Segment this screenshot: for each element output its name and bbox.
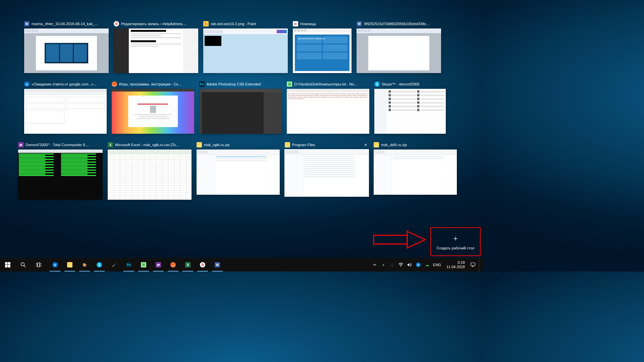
thumbnail[interactable] <box>285 149 369 196</box>
folder-icon: 📁 <box>285 142 290 147</box>
photoshop-icon: Ps <box>126 262 131 267</box>
task-view: W marina_rihter_10-04-2018-08-14_kak_...… <box>24 21 459 200</box>
taskbar-app-photoshop[interactable]: Ps <box>121 258 136 272</box>
totalcommander-icon: ⇄ <box>18 142 23 147</box>
taskbar: e 📁 🎨 S 🖌️ Ps N ⇄ 🦊 X Я W ● ◌ e ☁ ENG 0:… <box>0 258 483 272</box>
thumbnail[interactable] <box>18 149 103 200</box>
taskbar-app-yandex[interactable]: Я <box>195 258 210 272</box>
taskview-item-totalcmd[interactable]: ⇄ DemonF2005^ - Total Commander 8.... <box>18 142 103 200</box>
taskbar-app-firefox[interactable]: 🦊 <box>166 258 180 272</box>
firefox-icon: 🦊 <box>170 262 176 267</box>
excel-icon: X <box>108 142 113 147</box>
thumbnail[interactable] <box>374 149 457 195</box>
tray-date: 11.04.2018 <box>446 265 465 269</box>
tray-volume-icon[interactable] <box>407 262 412 267</box>
tray-yandexdisk-icon[interactable]: ◌ <box>389 262 395 267</box>
paint-icon: 🎨 <box>203 21 209 26</box>
svg-rect-0 <box>374 235 407 244</box>
taskbar-app-mspaint[interactable]: 🖌️ <box>107 258 121 272</box>
thumbnail[interactable]: Lorem ipsum dolor sit amet consectetur a… <box>287 89 369 134</box>
windows-icon <box>5 262 10 267</box>
taskview-item-skype[interactable]: S Skype™ - demonf2005 <box>374 81 446 134</box>
thumbnail[interactable] <box>112 89 194 134</box>
tray-clock[interactable]: 0:18 11.04.2018 <box>444 260 467 269</box>
taskview-item-notepadpp[interactable]: N D:\YandexDisk\Компьютеры.txt - No... L… <box>287 81 369 134</box>
taskbar-app-word[interactable]: W <box>210 258 225 272</box>
svg-point-10 <box>400 266 401 267</box>
thumbnail[interactable] <box>24 28 109 73</box>
search-icon <box>20 262 26 267</box>
taskbar-app-skype[interactable]: S <box>92 258 107 272</box>
taskview-button[interactable] <box>31 258 46 272</box>
show-desktop-button[interactable] <box>479 258 481 272</box>
tray-wifi-icon[interactable] <box>398 262 404 267</box>
skype-icon: S <box>97 262 102 267</box>
totalcommander-icon: ⇄ <box>156 262 161 267</box>
svg-rect-7 <box>36 263 37 266</box>
edge-icon: e <box>24 81 30 87</box>
taskview-icon <box>36 262 41 267</box>
snip-caption: Дополнительные параметры <box>298 38 325 40</box>
close-thumbnail-button[interactable]: × <box>363 142 369 148</box>
thumbnail[interactable] <box>203 28 288 73</box>
photoshop-icon: Ps <box>199 81 205 87</box>
firefox-icon: 🦊 <box>112 81 117 87</box>
taskview-item-excel[interactable]: X Microsoft Excel - msk_vgtk.ru.csv [To.… <box>108 142 192 200</box>
tray-cloud-icon[interactable]: ☁ <box>424 262 430 267</box>
yandex-icon: Я <box>114 21 119 26</box>
thumbnail[interactable] <box>24 89 107 134</box>
taskview-item-title: DemonF2005^ - Total Commander 8.... <box>25 143 103 147</box>
thumbnail[interactable] <box>108 149 192 200</box>
taskbar-app-excel[interactable]: X <box>180 258 195 272</box>
taskview-item-programfiles[interactable]: 📁 Program Files × <box>285 142 369 200</box>
taskview-item-yandex[interactable]: Я Редактировать запись ‹ HelpAdmins.... <box>114 21 198 73</box>
tray-notifications-icon[interactable] <box>470 262 476 267</box>
start-button[interactable] <box>0 258 15 272</box>
taskbar-app-totalcmd[interactable]: ⇄ <box>151 258 166 272</box>
svg-line-6 <box>24 266 26 267</box>
taskview-item-edge[interactable]: e «Ожидание ответа от google.com...»... <box>24 81 107 134</box>
tray-chevron-up-icon[interactable] <box>372 262 377 267</box>
taskview-item-word1[interactable]: W marina_rihter_10-04-2018-08-14_kak_... <box>24 21 109 73</box>
taskview-item-word2[interactable]: W 9f9252515d73d8602656b105ebd338c... <box>357 21 441 73</box>
taskview-item-snip[interactable]: ✂ Ножницы Дополнительные параметры <box>293 21 352 73</box>
excel-icon: X <box>185 262 191 267</box>
tray-status-icon[interactable]: ● <box>381 262 386 267</box>
thumbnail[interactable]: Дополнительные параметры <box>293 28 352 73</box>
new-desktop-button[interactable]: ＋ Создать рабочий стол <box>430 227 481 256</box>
taskview-item-title: msk_did5.ru.zip <box>381 143 457 147</box>
plus-icon: ＋ <box>452 233 459 243</box>
taskview-item-zip2[interactable]: 📁 msk_did5.ru.zip <box>374 142 457 200</box>
thumbnail[interactable] <box>199 89 282 134</box>
taskview-row-1: W marina_rihter_10-04-2018-08-14_kak_...… <box>24 21 459 73</box>
taskbar-app-notepadpp[interactable]: N <box>136 258 151 272</box>
new-desktop-label: Создать рабочий стол <box>436 246 474 250</box>
taskbar-apps: e 📁 🎨 S 🖌️ Ps N ⇄ 🦊 X Я W <box>48 258 225 272</box>
taskview-item-paint[interactable]: 🎨 rab-stol-win10-2.png - Paint <box>203 21 288 73</box>
taskview-item-firefox[interactable]: 🦊 Игры, программы, инструкции - Ск... <box>112 81 194 134</box>
edge-icon: e <box>52 262 58 267</box>
tray-ie-icon[interactable]: e <box>416 262 421 267</box>
taskbar-app-paint[interactable]: 🎨 <box>77 258 92 272</box>
thumbnail[interactable] <box>114 28 198 73</box>
taskbar-app-edge[interactable]: e <box>48 258 62 272</box>
taskview-item-title: Редактировать запись ‹ HelpAdmins.... <box>121 22 198 26</box>
thumbnail[interactable] <box>357 28 441 73</box>
svg-rect-11 <box>471 263 475 266</box>
taskview-item-photoshop[interactable]: Ps Adobe Photoshop CS6 Extended <box>199 81 282 134</box>
taskview-item-title: Ножницы <box>300 22 352 26</box>
taskview-item-title: D:\YandexDisk\Компьютеры.txt - No... <box>294 82 369 86</box>
tray-time: 0:18 <box>458 260 465 265</box>
search-button[interactable] <box>15 258 31 272</box>
taskbar-app-explorer[interactable]: 📁 <box>62 258 77 272</box>
file-explorer-icon: 📁 <box>67 262 72 267</box>
tray-language-indicator[interactable]: ENG <box>433 263 441 267</box>
thumbnail[interactable] <box>374 89 446 134</box>
notepadpp-icon: N <box>287 81 292 87</box>
annotation-arrow-icon <box>373 231 427 249</box>
taskview-item-zip1[interactable]: 📁 msk_vgtk.ru.zip <box>197 142 280 200</box>
svg-rect-2 <box>8 262 10 264</box>
taskview-row-2: e «Ожидание ответа от google.com...»... … <box>24 81 459 134</box>
taskview-item-title: 9f9252515d73d8602656b105ebd338c... <box>364 22 441 26</box>
thumbnail[interactable] <box>197 149 280 195</box>
